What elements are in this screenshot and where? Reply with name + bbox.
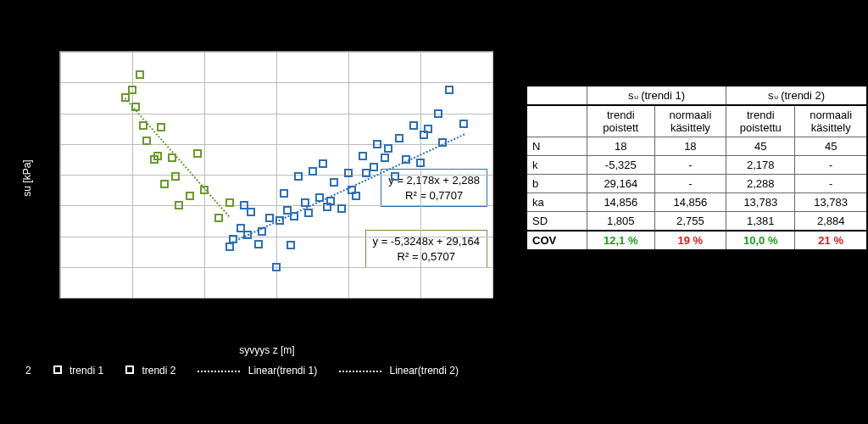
page-root: y = 2,178x + 2,288 R² = 0,7707 y = -5,32… xyxy=(0,0,868,424)
sub-1a: trendi poistett xyxy=(587,105,655,137)
table-row: N18184545 xyxy=(526,137,867,156)
square-icon xyxy=(53,365,62,374)
row-label: ka xyxy=(526,193,587,212)
legend-label-1: trendi 1 xyxy=(70,365,103,377)
data-point xyxy=(280,189,288,198)
cell: 2,755 xyxy=(654,212,726,232)
cov-1: 12,1 % xyxy=(587,231,655,250)
table-subheader-row: trendi poistett normaali käsittely trend… xyxy=(526,105,867,137)
data-point xyxy=(409,121,418,130)
group-header-1: sᵤ (trendi 1) xyxy=(587,86,726,105)
data-point xyxy=(445,86,453,94)
data-point xyxy=(171,172,180,181)
dotted-line-icon xyxy=(198,371,240,372)
y-axis-label: su [kPa] xyxy=(21,159,33,196)
square-icon xyxy=(125,365,134,374)
cov-3: 10,0 % xyxy=(726,231,795,250)
data-point xyxy=(304,209,313,217)
data-point xyxy=(225,243,234,251)
row-label: b xyxy=(526,175,587,193)
trend-line xyxy=(124,98,230,217)
cell: 29,164 xyxy=(587,175,655,193)
cell: 18 xyxy=(654,137,726,156)
data-point xyxy=(384,144,392,153)
data-point xyxy=(337,204,346,213)
data-point xyxy=(272,263,281,271)
data-point xyxy=(247,208,255,216)
cell: - xyxy=(795,175,867,193)
data-point xyxy=(344,169,353,177)
cov-2: 19 % xyxy=(654,231,726,250)
data-point xyxy=(193,149,202,158)
cell: -5,325 xyxy=(587,156,655,175)
legend-label-3: Linear(trendi 1) xyxy=(248,365,317,377)
table-corner xyxy=(526,86,587,105)
cell: 1,381 xyxy=(726,212,795,232)
cell: 2,178 xyxy=(726,156,795,175)
scatter-chart: y = 2,178x + 2,288 R² = 0,7707 y = -5,32… xyxy=(25,25,509,331)
cov-4: 21 % xyxy=(795,231,867,250)
data-point xyxy=(459,120,468,128)
legend-label-2: trendi 2 xyxy=(142,365,175,377)
data-point xyxy=(186,192,194,200)
data-point xyxy=(352,192,360,200)
row-label: N xyxy=(526,137,587,156)
data-point xyxy=(157,123,165,131)
row-label: SD xyxy=(526,212,587,232)
data-point xyxy=(319,159,327,168)
cell: 1,805 xyxy=(587,212,655,232)
data-point xyxy=(128,86,136,94)
data-point xyxy=(265,214,274,222)
cell: - xyxy=(654,156,726,175)
cell: 2,288 xyxy=(726,175,795,193)
table-row: SD1,8052,7551,3812,884 xyxy=(526,212,867,232)
data-point xyxy=(424,125,432,133)
table-row: k-5,325-2,178- xyxy=(526,156,867,175)
table-row-cov: COV 12,1 % 19 % 10,0 % 21 % xyxy=(526,231,867,250)
data-point xyxy=(175,201,183,209)
sub-2b: normaali käsittely xyxy=(795,105,867,137)
eq-blue-line2: R² = 0,7707 xyxy=(405,189,463,202)
legend-item-linear2: Linear(trendi 2) xyxy=(339,365,459,377)
data-point xyxy=(416,159,425,167)
plot-area: y = 2,178x + 2,288 R² = 0,7707 y = -5,32… xyxy=(59,51,493,298)
legend-label-4: Linear(trendi 2) xyxy=(390,365,459,377)
cell: 45 xyxy=(726,137,795,156)
data-point xyxy=(254,240,263,248)
data-point xyxy=(309,167,317,176)
cell: 13,783 xyxy=(795,193,867,212)
data-point xyxy=(391,172,399,181)
sub-2a: trendi poistettu xyxy=(726,105,795,137)
legend-prefix: 2 xyxy=(25,365,31,377)
data-point xyxy=(153,152,162,160)
legend-item-trendi1: trendi 1 xyxy=(53,365,103,377)
group-header-2: sᵤ (trendi 2) xyxy=(726,86,867,105)
data-point xyxy=(381,153,389,162)
eq-green-line2: R² = 0,5707 xyxy=(398,250,455,263)
data-point xyxy=(359,152,367,160)
data-point xyxy=(160,180,169,188)
data-point xyxy=(214,214,223,222)
data-point xyxy=(373,140,381,148)
legend-item-trendi2: trendi 2 xyxy=(125,365,175,377)
data-point xyxy=(142,137,151,145)
stats-table: sᵤ (trendi 1) sᵤ (trendi 2) trendi poist… xyxy=(526,85,868,251)
sub-1b: normaali käsittely xyxy=(654,105,726,137)
data-point xyxy=(395,134,403,142)
data-point xyxy=(330,178,338,187)
data-point xyxy=(370,163,378,171)
cell: 14,856 xyxy=(587,193,655,212)
legend-item-linear1: Linear(trendi 1) xyxy=(198,365,317,377)
data-point xyxy=(434,109,442,118)
eq-blue-line1: y = 2,178x + 2,288 xyxy=(388,174,480,187)
cell: - xyxy=(654,175,726,193)
table-header-row: sᵤ (trendi 1) sᵤ (trendi 2) xyxy=(526,86,867,105)
table-row: ka14,85614,85613,78313,783 xyxy=(526,193,867,212)
data-point xyxy=(287,241,295,249)
cell: - xyxy=(795,156,867,175)
data-point xyxy=(294,172,303,181)
data-point xyxy=(136,70,144,79)
cell: 14,856 xyxy=(654,193,726,212)
table-row: b29,164-2,288- xyxy=(526,175,867,193)
legend: 2 trendi 1 trendi 2 Linear(trendi 1) Lin… xyxy=(25,365,459,377)
